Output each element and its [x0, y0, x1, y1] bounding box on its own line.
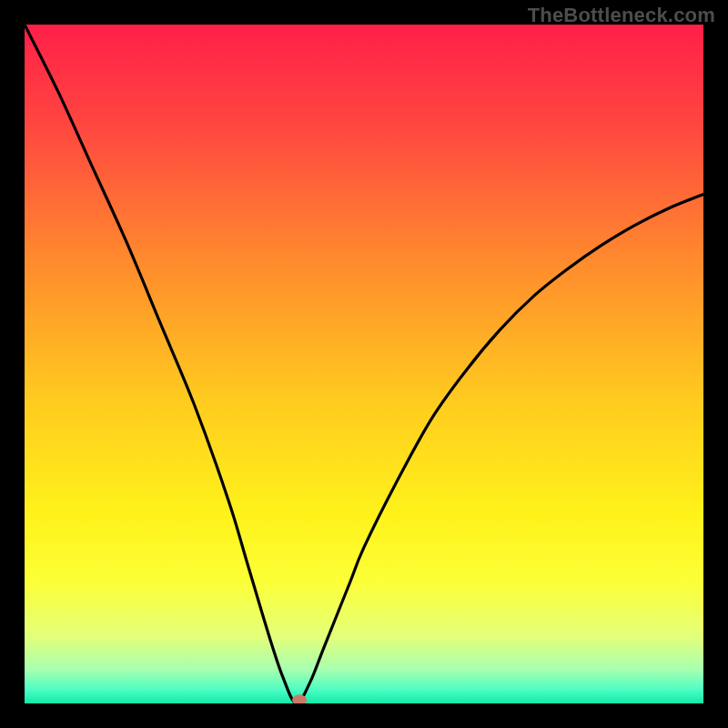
bottleneck-chart [25, 25, 703, 703]
gradient-background [25, 25, 703, 703]
watermark-label: TheBottleneck.com [528, 4, 715, 27]
chart-frame: TheBottleneck.com [0, 0, 728, 728]
